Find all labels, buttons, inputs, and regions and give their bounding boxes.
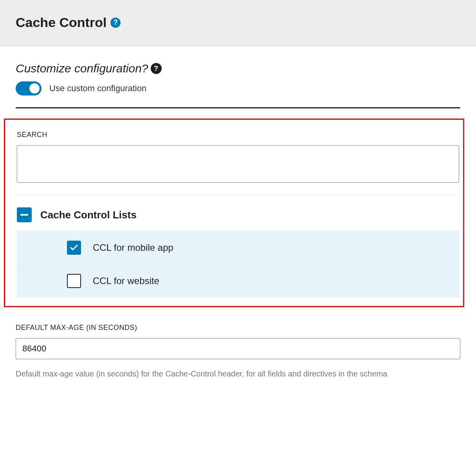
page-header: Cache Control ? — [0, 0, 476, 46]
toggle-row: Use custom configuration — [16, 81, 460, 95]
content-area: Customize configuration? ? Use custom co… — [0, 46, 476, 397]
customize-heading-text: Customize configuration? — [16, 62, 148, 75]
custom-config-toggle[interactable] — [16, 81, 41, 95]
list-container: CCL for mobile app CCL for website — [17, 231, 459, 297]
help-icon[interactable]: ? — [110, 18, 121, 28]
page-title: Cache Control ? — [16, 15, 121, 30]
max-age-input[interactable] — [16, 338, 460, 359]
customize-section: Customize configuration? ? Use custom co… — [16, 62, 460, 108]
group-title: Cache Control Lists — [40, 209, 137, 221]
list-group-header: Cache Control Lists — [17, 207, 459, 222]
item-label: CCL for mobile app — [93, 242, 173, 253]
toggle-label: Use custom configuration — [49, 83, 146, 94]
help-icon[interactable]: ? — [151, 63, 162, 74]
check-icon — [69, 243, 79, 252]
group-checkbox-indeterminate[interactable] — [17, 207, 32, 222]
max-age-field: DEFAULT MAX-AGE (IN SECONDS) Default max… — [16, 324, 460, 381]
minus-icon — [20, 214, 28, 216]
customize-heading: Customize configuration? ? — [16, 62, 162, 75]
search-label: SEARCH — [17, 131, 459, 139]
section-divider — [16, 107, 460, 108]
thin-divider — [17, 194, 459, 195]
highlighted-section: SEARCH Cache Control Lists CCL for mobil… — [4, 119, 464, 307]
item-checkbox[interactable] — [67, 241, 81, 255]
item-label: CCL for website — [93, 275, 159, 286]
max-age-help: Default max-age value (in seconds) for t… — [16, 366, 460, 381]
list-item: CCL for website — [17, 264, 459, 297]
search-field: SEARCH — [17, 131, 459, 183]
max-age-label: DEFAULT MAX-AGE (IN SECONDS) — [16, 324, 460, 332]
item-checkbox[interactable] — [67, 274, 81, 288]
list-item: CCL for mobile app — [17, 231, 459, 264]
search-input[interactable] — [17, 145, 459, 183]
page-title-text: Cache Control — [16, 15, 106, 30]
toggle-knob — [29, 83, 40, 94]
